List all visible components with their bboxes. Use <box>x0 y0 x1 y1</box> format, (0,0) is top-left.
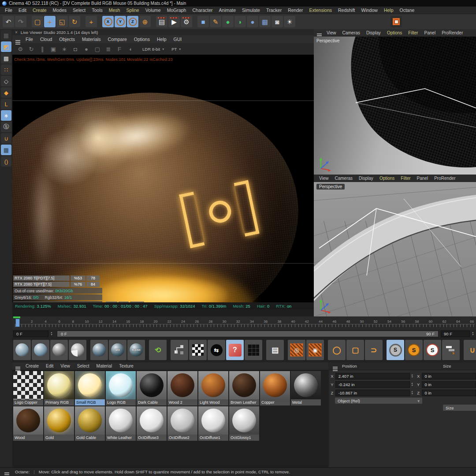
menu-item[interactable]: Options <box>130 37 153 42</box>
material-item[interactable]: Logo RGB <box>106 371 136 405</box>
menu-item[interactable]: Spline <box>123 7 142 13</box>
grid-texture-icon[interactable] <box>245 340 262 360</box>
y-axis-lock-icon[interactable]: Y <box>115 16 126 27</box>
menu-item[interactable]: Tracker <box>263 7 285 13</box>
material-item[interactable]: Gold <box>44 406 74 441</box>
menu-icon[interactable] <box>316 30 324 35</box>
menu-icon[interactable] <box>4 469 11 474</box>
octane-object-tag-icon[interactable]: S <box>387 340 404 360</box>
camera-icon[interactable]: ◙ <box>271 16 283 27</box>
render-view-icon[interactable]: ▤ <box>156 16 167 27</box>
position-field[interactable]: -0.242 in <box>335 381 410 388</box>
position-field[interactable]: -10.867 in <box>335 390 410 396</box>
array-icon[interactable]: ▦ <box>259 16 271 27</box>
node-editor-icon[interactable] <box>171 340 188 360</box>
menu-item[interactable]: Display <box>356 176 376 181</box>
menu-item[interactable]: Options <box>376 176 398 181</box>
snap-icon[interactable]: ∗ <box>1 110 11 121</box>
material-item[interactable]: Dark Cable <box>137 371 167 405</box>
octane-light-tag-icon[interactable]: S <box>424 340 441 360</box>
undo-icon[interactable]: ↶ <box>3 16 14 27</box>
menu-item[interactable]: Select <box>74 364 93 368</box>
menu-item[interactable]: ProRender <box>439 30 466 35</box>
frame-stepper[interactable]: ▴▾ <box>51 331 55 336</box>
menu-item[interactable]: Redshift <box>335 7 358 13</box>
polygons-mode-icon[interactable]: ◆ <box>1 87 11 98</box>
menu-item[interactable]: File <box>2 7 15 13</box>
menu-icon[interactable] <box>15 37 22 42</box>
scale-icon[interactable]: ◱ <box>56 16 68 27</box>
material-item[interactable]: White Leather <box>106 406 136 441</box>
menu-item[interactable]: GUI <box>170 37 186 42</box>
menu-icon[interactable] <box>15 364 22 368</box>
render-picture-viewer-icon[interactable]: ▶ <box>168 16 180 27</box>
menu-item[interactable]: Extensions <box>306 7 335 13</box>
menu-item[interactable]: View <box>324 30 339 35</box>
menu-item[interactable]: Objects <box>56 37 78 42</box>
coordinate-system-icon[interactable]: ⊕ <box>139 16 151 27</box>
menu-item[interactable]: Materials <box>78 37 104 42</box>
spline-primitive-icon[interactable]: ● <box>247 16 258 27</box>
close-icon[interactable]: × <box>15 30 18 35</box>
position-field[interactable]: 2.407 in <box>335 373 410 379</box>
material-item[interactable]: Primary RGB <box>44 371 74 405</box>
menu-item[interactable]: Help <box>153 37 170 42</box>
timeline-ruler[interactable]: 0246810121416182022242628303234363840424… <box>12 316 476 330</box>
menu-item[interactable]: Cloud <box>37 37 56 42</box>
pen-icon[interactable]: ✎ <box>210 16 221 27</box>
material-item[interactable]: Light Wood <box>198 371 228 405</box>
x-axis-lock-icon[interactable]: X <box>102 16 114 27</box>
menu-item[interactable]: View <box>316 176 332 181</box>
refresh-icon[interactable]: ↻ <box>27 45 36 53</box>
octane-camera-tag-icon[interactable]: S <box>405 340 423 360</box>
gear-icon[interactable]: ⚙ <box>16 45 25 53</box>
light-icon[interactable]: ☀ <box>284 16 295 27</box>
menu-item[interactable]: Create <box>30 7 50 13</box>
menu-item[interactable]: Character <box>189 7 216 13</box>
material-item[interactable]: Wood 2 <box>167 371 197 405</box>
menu-item[interactable]: Tools <box>89 7 106 13</box>
live-select-icon[interactable]: ◯ <box>328 340 346 360</box>
menu-item[interactable]: Simulate <box>239 7 263 13</box>
menu-item[interactable]: Modes <box>50 7 70 13</box>
menu-item[interactable]: Edit <box>42 364 57 368</box>
region-render-icon[interactable]: ▣ <box>49 45 58 53</box>
z-axis-lock-icon[interactable]: Z <box>127 16 138 27</box>
specular-material-icon[interactable] <box>50 340 68 360</box>
coordinate-space-dropdown[interactable]: Object (Rel) ▾ <box>335 398 422 404</box>
menu-item[interactable]: MoGraph <box>164 7 190 13</box>
material-item[interactable]: OctDiffuse1 <box>198 406 228 441</box>
menu-item[interactable]: ProRender <box>431 176 458 181</box>
octane-logo-button[interactable] <box>390 16 402 27</box>
shuffle-icon[interactable]: ⇆ <box>208 340 225 360</box>
menu-item[interactable]: Panel <box>414 176 431 181</box>
menu-item[interactable]: View <box>57 364 74 368</box>
kernel-dropdown[interactable]: PT ▾ <box>171 47 181 52</box>
add-cube-icon[interactable]: ■ <box>197 16 209 27</box>
rect-select-icon[interactable]: ▢ <box>346 340 364 360</box>
size-field[interactable]: 0 in <box>422 381 476 388</box>
menu-item[interactable]: Filter <box>405 30 421 35</box>
menu-item[interactable]: Animate <box>216 7 239 13</box>
menu-item[interactable]: Help <box>381 7 397 13</box>
convert-materials-icon[interactable]: ⟲ <box>149 340 167 360</box>
menu-item[interactable]: Select <box>70 7 89 13</box>
menu-item[interactable]: Material <box>93 364 116 368</box>
move-icon[interactable]: + <box>44 16 56 27</box>
material-item[interactable]: Copper <box>260 371 290 405</box>
size-field[interactable]: 0 in <box>422 373 476 379</box>
glossy-material-icon[interactable] <box>32 340 49 360</box>
material-item[interactable]: Logo Copper <box>13 371 43 405</box>
octane-tag-icon[interactable]: Ⓢ <box>1 122 11 132</box>
value-stepper[interactable]: ▴▾ <box>411 382 415 387</box>
help-material-icon[interactable]: ? <box>226 340 244 360</box>
render-view[interactable]: Check:3ms./3ms. MeshGen:0ms. Update[]:23… <box>12 55 314 309</box>
menu-icon[interactable] <box>329 364 339 368</box>
bit-depth-dropdown[interactable]: LDR 8-bit ▾ <box>142 47 164 52</box>
magnet-mode-icon[interactable]: ∪ <box>1 133 11 144</box>
menu-item[interactable]: File <box>22 37 37 42</box>
value-stepper[interactable]: ▴▾ <box>411 374 415 378</box>
menu-item[interactable]: Panel <box>421 30 439 35</box>
model-mode-icon[interactable]: ◩ <box>1 41 11 52</box>
texture-mode-icon[interactable]: ▩ <box>1 53 11 63</box>
